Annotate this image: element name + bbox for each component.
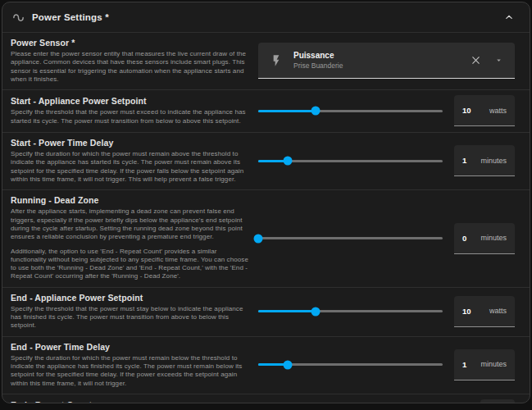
value-unit: watts [489,307,507,315]
slider-thumb[interactable] [284,360,293,369]
entity-name: Puissance [293,51,343,60]
sine-wave-icon [12,11,25,24]
section-title: Start - Appliance Power Setpoint [11,96,248,106]
start-time-delay-slider[interactable] [258,152,443,170]
section-title: End - Appliance Power Setpoint [11,293,248,303]
value-number: 1 [462,360,466,369]
value-number: 1 [462,156,466,165]
chevron-up-icon[interactable] [502,10,516,25]
value-unit: minutes [480,234,507,242]
slider-track[interactable] [258,310,443,312]
end-time-delay-slider[interactable] [258,356,443,374]
section-title: Start - Power Time Delay [11,138,248,148]
close-icon[interactable] [469,53,483,67]
expansion-panel-header[interactable]: Power Settings * [2,2,530,32]
power-settings-panel: Power Settings * Power Sensor * Please e… [2,2,530,403]
running-dead-zone-input[interactable]: 0 minutes [454,223,515,254]
section-end-time-delay: End - Power Time Delay Specify the durat… [2,336,530,394]
entity-secondary: Prise Buanderie [293,61,343,70]
section-start-power-setpoint: Start - Appliance Power Setpoint Specify… [2,89,530,132]
end-time-delay-input[interactable]: 1 minutes [454,349,515,380]
section-power-sensor: Power Sensor * Please enter the power se… [2,32,530,89]
section-end-repeat-count: End - Repeat Count The number of times t… [2,394,530,403]
section-description: After the appliance starts, implementing… [11,207,248,241]
flash-icon [270,54,283,67]
end-power-setpoint-slider[interactable] [258,303,443,321]
section-description: Specify the threshold that the power mus… [11,305,248,330]
slider-thumb[interactable] [284,157,293,166]
section-description: Specify the duration for which the power… [11,354,248,388]
start-power-setpoint-slider[interactable] [258,102,443,120]
slider-thumb[interactable] [311,307,320,316]
section-description: Specify the duration for which the power… [11,150,248,184]
section-description-2: Additionally, the option to use 'End - R… [11,248,248,281]
value-unit: watts [489,107,507,115]
slider-thumb[interactable] [254,234,263,243]
start-time-delay-input[interactable]: 1 minutes [454,145,515,176]
section-description: Specify the threshold that the power mus… [11,108,248,125]
end-power-setpoint-input[interactable]: 10 watts [454,296,515,327]
slider-track[interactable] [258,237,443,239]
section-title: End - Repeat Count [11,400,248,403]
section-title: End - Power Time Delay [11,342,248,352]
section-start-time-delay: Start - Power Time Delay Specify the dur… [2,132,530,189]
slider-fill [258,310,316,312]
value-unit: minutes [480,157,507,165]
value-number: 10 [462,307,471,316]
value-number: 0 [462,234,466,243]
section-description: Please enter the power sensor entity tha… [11,50,248,84]
section-title: Running - Dead Zone [11,195,248,205]
section-running-dead-zone: Running - Dead Zone After the appliance … [2,189,530,286]
section-end-power-setpoint: End - Appliance Power Setpoint Specify t… [2,287,530,336]
slider-thumb[interactable] [311,107,320,116]
start-power-setpoint-input[interactable]: 10 watts [454,95,515,126]
slider-track[interactable] [258,110,443,112]
panel-title: Power Settings * [32,12,109,22]
value-number: 10 [462,106,471,115]
slider-fill [258,110,316,112]
caret-down-icon[interactable] [493,54,505,66]
power-sensor-entity-picker[interactable]: Puissance Prise Buanderie [258,43,515,79]
running-dead-zone-slider[interactable] [258,230,443,248]
section-title: Power Sensor * [11,38,248,48]
end-repeat-count-input[interactable]: 1 [480,399,515,403]
value-unit: minutes [480,360,507,368]
